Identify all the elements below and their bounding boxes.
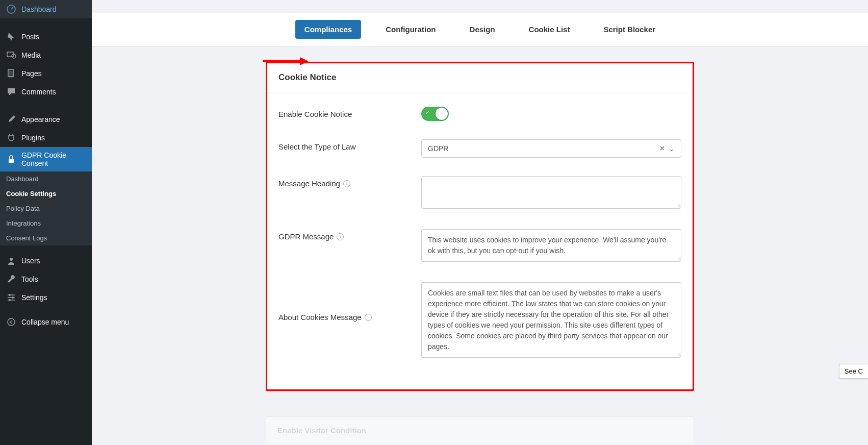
sidebar-label: Posts: [21, 33, 39, 41]
dashboard-icon: [6, 4, 16, 14]
about-cookies-input[interactable]: [421, 282, 681, 358]
sidebar-label: Appearance: [21, 115, 60, 123]
submenu-item-cookie-settings[interactable]: Cookie Settings: [0, 186, 92, 201]
message-heading-label: Message Heading i: [278, 176, 421, 188]
svg-point-9: [9, 299, 11, 301]
sidebar-label: Plugins: [21, 134, 45, 142]
sidebar-label: Comments: [21, 88, 56, 96]
tab-cookie-list[interactable]: Cookie List: [520, 20, 579, 39]
tab-configuration[interactable]: Configuration: [376, 20, 445, 39]
info-icon[interactable]: i: [337, 233, 344, 240]
see-button[interactable]: See C: [839, 364, 868, 379]
comment-icon: [6, 87, 16, 97]
tab-script-blocker[interactable]: Script Blocker: [594, 20, 665, 39]
sidebar-item-tools[interactable]: Tools: [0, 270, 92, 288]
submenu-item-consent-logs[interactable]: Consent Logs: [0, 231, 92, 245]
submenu-item-policy-data[interactable]: Policy Data: [0, 201, 92, 216]
collapse-icon: [6, 317, 16, 327]
sidebar-item-users[interactable]: Users: [0, 252, 92, 270]
info-icon[interactable]: i: [365, 314, 372, 321]
tab-compliances[interactable]: Compliances: [295, 20, 361, 39]
sidebar-item-settings[interactable]: Settings: [0, 288, 92, 307]
annotation-arrow: [260, 54, 311, 71]
gdpr-message-input[interactable]: [421, 229, 681, 262]
info-icon[interactable]: i: [343, 180, 350, 187]
sliders-icon: [6, 292, 16, 303]
media-icon: [6, 50, 16, 60]
tab-design[interactable]: Design: [461, 20, 504, 39]
sidebar-item-media[interactable]: Media: [0, 46, 92, 64]
sidebar-submenu: Dashboard Cookie Settings Policy Data In…: [0, 171, 92, 245]
select-law-dropdown[interactable]: GDPR × ⌄: [421, 139, 681, 158]
sidebar-label: Media: [21, 51, 41, 59]
select-law-value: GDPR: [428, 144, 448, 153]
submenu-item-integrations[interactable]: Integrations: [0, 216, 92, 231]
brush-icon: [6, 114, 16, 125]
sidebar-item-dashboard[interactable]: Dashboard: [0, 0, 92, 18]
sidebar-item-pages[interactable]: Pages: [0, 64, 92, 83]
pages-icon: [6, 68, 16, 79]
about-cookies-label: About Cookies Message i: [278, 282, 421, 322]
sidebar-item-plugins[interactable]: Plugins: [0, 129, 92, 147]
sidebar-item-appearance[interactable]: Appearance: [0, 110, 92, 129]
sidebar-item-posts[interactable]: Posts: [0, 28, 92, 46]
sidebar-item-gdpr[interactable]: GDPR Cookie Consent: [0, 147, 92, 171]
sidebar-label: Dashboard: [21, 5, 57, 13]
lock-icon: [6, 154, 16, 164]
main-content: Compliances Configuration Design Cookie …: [92, 0, 868, 445]
svg-point-2: [12, 54, 16, 58]
admin-sidebar: Dashboard Posts Media Pages Comments App…: [0, 0, 92, 445]
svg-rect-4: [9, 70, 14, 78]
enable-cookie-notice-toggle[interactable]: [421, 107, 449, 121]
sidebar-label: Pages: [21, 69, 42, 78]
sidebar-item-collapse[interactable]: Collapse menu: [0, 313, 92, 331]
gdpr-message-label: GDPR Message i: [278, 229, 421, 241]
tabs-bar: Compliances Configuration Design Cookie …: [92, 13, 868, 46]
next-section-card: Enable Visitor Condition: [266, 416, 694, 444]
sidebar-label: Collapse menu: [21, 318, 69, 326]
wrench-icon: [6, 274, 16, 284]
svg-rect-5: [9, 159, 14, 163]
message-heading-input[interactable]: [421, 176, 681, 209]
sidebar-label: Settings: [21, 293, 47, 302]
svg-point-7: [9, 294, 11, 296]
svg-marker-12: [300, 57, 309, 65]
pin-icon: [6, 32, 16, 42]
card-title: Cookie Notice: [267, 63, 693, 92]
chevron-down-icon[interactable]: ⌄: [669, 144, 675, 153]
plug-icon: [6, 133, 16, 143]
svg-point-6: [10, 258, 13, 261]
sidebar-label: GDPR Cookie Consent: [21, 151, 86, 167]
enable-cookie-notice-label: Enable Cookie Notice: [278, 107, 421, 118]
sidebar-label: Users: [21, 257, 40, 265]
submenu-item-dashboard[interactable]: Dashboard: [0, 171, 92, 186]
sidebar-label: Tools: [21, 275, 38, 283]
clear-icon[interactable]: ×: [660, 144, 665, 153]
select-law-label: Select the Type of Law: [278, 139, 421, 151]
user-icon: [6, 256, 16, 266]
cookie-notice-card: Cookie Notice Enable Cookie Notice Selec…: [266, 62, 694, 391]
svg-point-8: [12, 296, 14, 299]
svg-point-10: [8, 318, 15, 326]
sidebar-item-comments[interactable]: Comments: [0, 83, 92, 101]
